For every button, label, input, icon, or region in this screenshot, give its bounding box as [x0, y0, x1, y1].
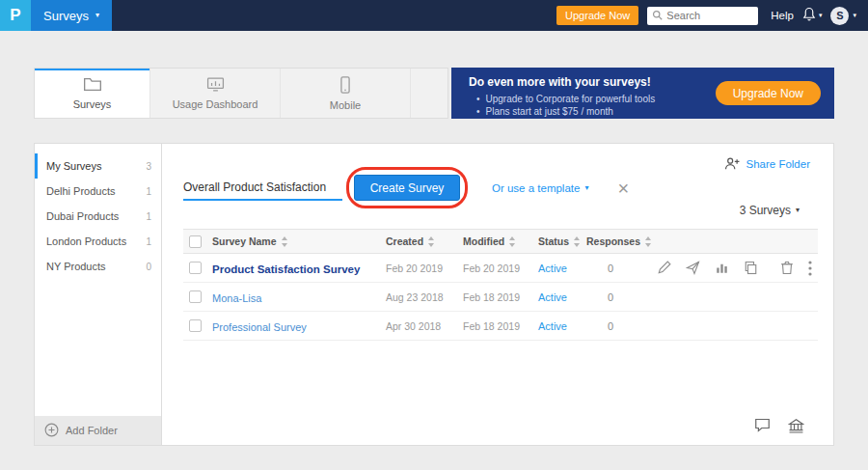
folder-count: 0 — [146, 262, 151, 272]
survey-name-link[interactable]: Professional Survey — [212, 321, 307, 333]
surveys-table: Survey Name Created Modified Status Resp… — [183, 229, 818, 341]
dashboard-icon — [206, 76, 225, 95]
modified-date: Feb 18 2019 — [463, 320, 538, 332]
bell-icon — [802, 7, 816, 25]
status-link[interactable]: Active — [538, 291, 586, 303]
table-row: Mona-Lisa Aug 23 2018 Feb 18 2019 Active… — [183, 283, 818, 312]
surveys-count-dropdown[interactable]: 3 Surveys ▾ — [740, 204, 800, 217]
plus-circle-icon — [44, 423, 59, 439]
header-modified[interactable]: Modified — [463, 235, 538, 247]
header-survey-name[interactable]: Survey Name — [212, 235, 386, 247]
sidebar-item-ny-products[interactable]: NY Products 0 — [35, 254, 161, 279]
notifications-menu[interactable]: ▾ — [802, 7, 823, 25]
folder-count: 1 — [146, 211, 151, 222]
row-checkbox[interactable] — [189, 262, 202, 274]
sort-icon[interactable] — [282, 236, 288, 247]
chevron-down-icon: ▾ — [853, 12, 856, 19]
row-checkbox[interactable] — [189, 290, 202, 303]
feedback-comment-icon[interactable] — [754, 418, 771, 437]
section-tabs: Surveys Usage Dashboard Mobile — [34, 68, 448, 119]
search-icon — [652, 7, 663, 24]
survey-name-link[interactable]: Product Satisfaction Survey — [212, 263, 360, 275]
topbar-right-cluster: Upgrade Now Help ▾ S ▾ — [556, 6, 868, 25]
header-status[interactable]: Status — [538, 235, 586, 247]
sidebar-item-my-surveys[interactable]: My Surveys 3 — [35, 153, 161, 179]
product-menu-surveys[interactable]: Surveys ▾ — [31, 0, 112, 31]
analytics-chart-icon[interactable] — [715, 261, 729, 275]
tabs-filler — [411, 69, 448, 118]
sidebar-item-dubai-products[interactable]: Dubai Products 1 — [35, 204, 161, 229]
chevron-down-icon: ▾ — [95, 12, 99, 19]
edit-pencil-icon[interactable] — [657, 261, 671, 275]
search-input[interactable] — [666, 10, 751, 21]
copy-icon[interactable] — [744, 261, 758, 275]
account-menu[interactable]: S ▾ — [830, 7, 856, 25]
table-header-row: Survey Name Created Modified Status Resp… — [183, 229, 818, 254]
share-person-icon — [724, 156, 741, 172]
chevron-down-icon: ▾ — [796, 207, 800, 214]
tab-mobile-label: Mobile — [330, 99, 361, 111]
created-date: Aug 23 2018 — [386, 291, 463, 303]
surveys-panel: Share Folder Create Survey Or use a temp… — [162, 143, 834, 446]
chevron-down-icon: ▾ — [584, 184, 588, 192]
new-survey-row: Create Survey Or use a template ▾ × — [183, 175, 629, 201]
status-link[interactable]: Active — [538, 320, 586, 332]
tab-usage-dashboard[interactable]: Usage Dashboard — [150, 69, 281, 118]
create-survey-button[interactable]: Create Survey — [354, 175, 460, 201]
sidebar-item-delhi-products[interactable]: Delhi Products 1 — [35, 179, 161, 204]
folder-count: 3 — [146, 161, 151, 172]
created-date: Apr 30 2018 — [386, 320, 463, 332]
folder-count: 1 — [146, 186, 151, 197]
sidebar-item-london-products[interactable]: London Products 1 — [35, 229, 161, 254]
survey-name-link[interactable]: Mona-Lisa — [212, 292, 261, 304]
row-actions — [656, 261, 818, 276]
promo-bullet: •Plans start at just $75 / month — [469, 105, 834, 118]
sort-icon[interactable] — [574, 236, 581, 247]
folders-sidebar: My Surveys 3 Delhi Products 1 Dubai Prod… — [34, 143, 162, 446]
select-all-checkbox[interactable] — [189, 235, 202, 248]
bullet-icon: • — [476, 106, 480, 117]
add-folder-button[interactable]: Add Folder — [35, 416, 161, 445]
help-link[interactable]: Help — [771, 10, 794, 21]
modified-date: Feb 18 2019 — [463, 291, 538, 303]
top-bar: P Surveys ▾ Upgrade Now Help ▾ S ▾ — [0, 0, 868, 31]
close-icon[interactable]: × — [617, 179, 629, 198]
header-responses[interactable]: Responses — [586, 235, 656, 247]
tab-mobile[interactable]: Mobile — [281, 69, 411, 118]
share-folder-button[interactable]: Share Folder — [724, 156, 810, 172]
folder-icon — [83, 76, 102, 95]
trash-icon[interactable] — [780, 261, 794, 275]
responses-count: 0 — [586, 291, 656, 303]
app-logo[interactable]: P — [0, 0, 31, 31]
tab-surveys[interactable]: Surveys — [35, 69, 150, 118]
survey-name-input[interactable] — [183, 176, 342, 201]
tab-usage-dashboard-label: Usage Dashboard — [173, 98, 258, 110]
send-plane-icon[interactable] — [686, 261, 700, 275]
archive-bank-icon[interactable] — [788, 418, 804, 437]
product-menu-label: Surveys — [43, 9, 89, 23]
folder-count: 1 — [146, 236, 151, 247]
header-created[interactable]: Created — [386, 235, 463, 247]
sort-icon[interactable] — [509, 236, 516, 247]
responses-count: 0 — [586, 263, 656, 274]
table-row: Professional Survey Apr 30 2018 Feb 18 2… — [183, 312, 818, 341]
more-options-icon[interactable] — [808, 261, 812, 276]
table-row: Product Satisfaction Survey Feb 20 2019 … — [183, 254, 818, 283]
promo-banner: Do even more with your surveys! •Upgrade… — [451, 68, 834, 119]
tab-surveys-label: Surveys — [73, 98, 112, 110]
upgrade-now-button[interactable]: Upgrade Now — [556, 6, 638, 25]
create-survey-wrap: Create Survey — [354, 175, 460, 201]
promo-upgrade-button[interactable]: Upgrade Now — [716, 81, 821, 105]
search-box[interactable] — [647, 7, 758, 25]
add-folder-label: Add Folder — [66, 425, 118, 436]
use-template-link[interactable]: Or use a template ▾ — [492, 182, 588, 194]
responses-count: 0 — [586, 320, 656, 332]
panel-footer-icons — [754, 418, 804, 437]
share-folder-label: Share Folder — [746, 158, 810, 170]
bullet-icon: • — [476, 94, 480, 104]
sort-icon[interactable] — [645, 236, 652, 247]
sort-icon[interactable] — [428, 236, 435, 247]
status-link[interactable]: Active — [538, 263, 586, 274]
row-checkbox[interactable] — [189, 319, 202, 332]
chevron-down-icon: ▾ — [819, 12, 823, 19]
